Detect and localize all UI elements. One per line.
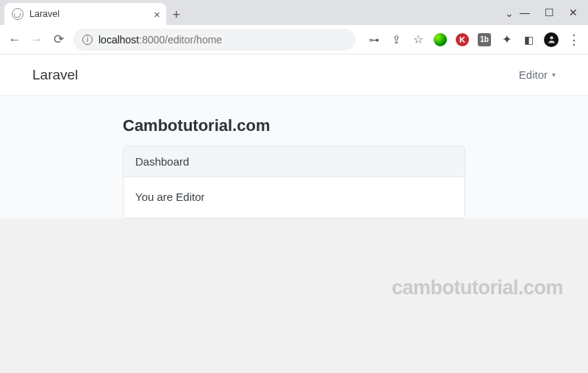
window-close-button[interactable]: ✕ [569,7,578,18]
tab-search-icon[interactable]: ⌄ [505,7,514,25]
user-menu-label: Editor [519,68,548,81]
reload-button[interactable]: ⟳ [51,32,66,47]
chevron-down-icon: ▾ [552,71,556,79]
browser-tab[interactable]: Laravel × [4,3,166,25]
browser-titlebar: Laravel × + ⌄ — ☐ ✕ [0,0,588,25]
tabs-area: Laravel × + [0,0,187,25]
minimize-button[interactable]: — [520,7,530,18]
svg-point-0 [550,36,553,39]
maximize-button[interactable]: ☐ [545,7,554,18]
app-brand[interactable]: Laravel [32,67,78,83]
address-bar[interactable]: i localhost:8000/editor/home [74,29,356,51]
share-icon[interactable]: ⇪ [390,33,403,46]
app-navbar: Laravel Editor ▾ [0,54,588,96]
extension-1b-icon[interactable]: 1b [478,33,491,46]
extension-k-icon[interactable]: K [456,33,469,46]
page-inner: Cambotutorial.com Dashboard You are Edit… [123,116,465,219]
browser-toolbar: ← → ⟳ i localhost:8000/editor/home ⊶ ⇪ ☆… [0,25,588,54]
page-container: Cambotutorial.com Dashboard You are Edit… [0,96,588,219]
plus-icon: + [173,7,181,23]
browser-menu-icon[interactable]: ⋮ [567,33,581,46]
card-body: You are Editor [123,177,465,218]
card-header: Dashboard [123,146,465,177]
profile-avatar-icon[interactable] [544,32,559,47]
watermark-text: cambotutorial.com [392,277,563,299]
tab-title: Laravel [29,9,60,19]
user-menu-dropdown[interactable]: Editor ▾ [519,68,556,81]
tab-close-icon[interactable]: × [154,9,160,20]
url-host: localhost [98,34,139,46]
toolbar-right: ⊶ ⇪ ☆ K 1b ✦ ◧ ⋮ [363,32,581,47]
password-key-icon[interactable]: ⊶ [368,33,381,46]
page-heading: Cambotutorial.com [123,116,465,135]
bookmark-star-icon[interactable]: ☆ [412,33,425,46]
window-controls: — ☐ ✕ [520,7,588,24]
extensions-puzzle-icon[interactable]: ✦ [500,33,513,46]
site-info-icon[interactable]: i [82,35,93,45]
extension-idm-icon[interactable] [434,33,447,46]
new-tab-button[interactable]: + [166,4,187,25]
url-path: :8000/editor/home [139,34,222,46]
side-panel-icon[interactable]: ◧ [522,33,535,46]
url-text: localhost:8000/editor/home [98,34,222,46]
dashboard-card: Dashboard You are Editor [123,146,465,219]
back-button[interactable]: ← [7,32,22,47]
forward-button[interactable]: → [29,32,44,47]
globe-icon [12,8,24,20]
page: Laravel Editor ▾ Cambotutorial.com Dashb… [0,54,588,219]
